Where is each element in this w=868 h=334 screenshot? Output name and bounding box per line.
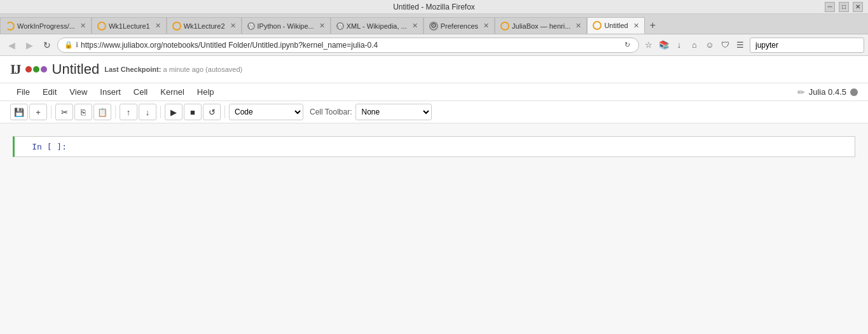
shield-icon[interactable]: 🛡 [718, 38, 732, 52]
toolbar-separator-4 [224, 106, 225, 118]
save-button[interactable]: 💾 [10, 104, 28, 120]
move-down-button[interactable]: ↓ [139, 104, 156, 120]
tab-label: IPython - Wikipe... [258, 22, 314, 30]
minimize-button[interactable]: ─ [825, 2, 835, 12]
window-title: Untitled - Mozilla Firefox [393, 3, 475, 11]
tab-label: Preferences [441, 22, 478, 30]
toolbar-separator-2 [115, 106, 116, 118]
julia-logo-text: IJ [10, 61, 20, 78]
cut-button[interactable]: ✂ [55, 104, 73, 120]
tab-label: JuliaBox — henri... [512, 22, 570, 30]
home-icon[interactable]: ⌂ [687, 38, 701, 52]
url-text: https://www.juliabox.org/notebooks/Untit… [81, 41, 619, 50]
url-icon: ℹ [76, 41, 78, 49]
restart-button[interactable]: ↺ [203, 104, 221, 120]
tab-close-icon[interactable]: ✕ [80, 22, 86, 30]
checkpoint-time: a minute ago (autosaved) [163, 66, 242, 73]
menu-view[interactable]: View [63, 85, 93, 99]
smiley-icon[interactable]: ☺ [703, 38, 717, 52]
toolbar-separator-3 [160, 106, 161, 118]
menu-items: File Edit View Insert Cell Kernel Help [10, 85, 221, 99]
cell-row: In [ ]: [15, 137, 855, 157]
move-up-button[interactable]: ↑ [120, 104, 137, 120]
kernel-status-dot [850, 88, 858, 96]
edit-pencil-icon[interactable]: ✏ [797, 87, 805, 97]
download-icon[interactable]: ↓ [672, 38, 686, 52]
tab-ipython[interactable]: W IPython - Wikipe... ✕ [242, 17, 331, 34]
notebook-container: IJ Untitled Last Checkpoint: a minute ag… [0, 56, 868, 334]
new-tab-button[interactable]: + [645, 17, 661, 34]
back-button[interactable]: ◀ [4, 38, 19, 53]
tab-bar: WorkInProgress/... ✕ Wk1Lecture1 ✕ Wk1Le… [0, 14, 868, 34]
tab-untitled[interactable]: Untitled ✕ [587, 17, 644, 34]
tab-icon [172, 22, 181, 31]
maximize-button[interactable]: □ [839, 2, 849, 12]
menu-help[interactable]: Help [191, 85, 221, 99]
navigation-bar: ◀ ▶ ↻ 🔒 ℹ https://www.juliabox.org/noteb… [0, 34, 868, 56]
tab-wk1lecture1[interactable]: Wk1Lecture1 ✕ [92, 17, 167, 34]
toolbar: 💾 + ✂ ⎘ 📋 ↑ ↓ ▶ ■ ↺ Code Markdown Raw NB… [0, 101, 868, 123]
copy-button[interactable]: ⎘ [74, 104, 92, 120]
tab-close-icon[interactable]: ✕ [483, 22, 489, 30]
tab-preferences[interactable]: ⚙ Preferences ✕ [424, 17, 495, 34]
tab-wk1lecture2[interactable]: Wk1Lecture2 ✕ [167, 17, 242, 34]
julia-circles [25, 66, 47, 73]
tab-label: WorkInProgress/... [17, 22, 75, 30]
add-cell-button[interactable]: + [29, 104, 47, 120]
run-button[interactable]: ▶ [165, 104, 183, 120]
tab-workinprogress[interactable]: WorkInProgress/... ✕ [0, 17, 92, 34]
tab-icon [500, 22, 509, 31]
cell-type-select[interactable]: Code Markdown Raw NBConvert Heading [229, 104, 303, 120]
tab-close-icon[interactable]: ✕ [633, 22, 639, 30]
menu-file[interactable]: File [10, 85, 36, 99]
paste-button[interactable]: 📋 [93, 104, 111, 120]
kernel-name: Julia 0.4.5 [809, 87, 846, 97]
window-controls[interactable]: ─ □ ✕ [825, 2, 863, 12]
cell-container: In [ ]: [13, 136, 855, 157]
circle-purple [41, 66, 47, 73]
circle-red [25, 66, 32, 73]
url-bar[interactable]: 🔒 ℹ https://www.juliabox.org/notebooks/U… [57, 38, 639, 53]
tab-close-icon[interactable]: ✕ [230, 22, 236, 30]
menu-bar: File Edit View Insert Cell Kernel Help ✏… [0, 83, 868, 101]
close-button[interactable]: ✕ [853, 2, 863, 12]
tab-xml[interactable]: W XML - Wikipedia, ... ✕ [331, 17, 424, 34]
search-input[interactable] [750, 38, 864, 53]
menu-kernel[interactable]: Kernel [154, 85, 191, 99]
menu-cell[interactable]: Cell [127, 85, 154, 99]
forward-button[interactable]: ▶ [22, 38, 37, 53]
tab-icon: ⚙ [429, 22, 438, 31]
cell-toolbar-select[interactable]: None Edit Metadata Raw Cell Format Slide… [355, 104, 432, 120]
checkpoint-label: Last Checkpoint: [104, 66, 161, 73]
tab-close-icon[interactable]: ✕ [155, 22, 161, 30]
tab-close-icon[interactable]: ✕ [575, 22, 581, 30]
url-reload-icon[interactable]: ↻ [622, 40, 632, 50]
tab-icon [593, 21, 602, 30]
circle-green [33, 66, 39, 73]
library-icon[interactable]: 📚 [657, 38, 671, 52]
tab-close-icon[interactable]: ✕ [412, 22, 418, 30]
tab-label: Wk1Lecture2 [184, 22, 225, 30]
stop-button[interactable]: ■ [184, 104, 202, 120]
toolbar-separator-1 [51, 106, 52, 118]
menu-icon[interactable]: ☰ [733, 38, 747, 52]
menu-insert[interactable]: Insert [93, 85, 127, 99]
menu-edit[interactable]: Edit [36, 85, 63, 99]
notebook-content: In [ ]: [0, 123, 868, 176]
nav-icons: ☆ 📚 ↓ ⌂ ☺ 🛡 ☰ [642, 38, 747, 52]
kernel-status: ✏ Julia 0.4.5 [797, 87, 858, 97]
cell-input[interactable] [72, 137, 855, 157]
tab-loading-icon [6, 22, 15, 31]
notebook-title[interactable]: Untitled [52, 61, 100, 78]
bookmark-star-icon[interactable]: ☆ [642, 38, 656, 52]
reload-button[interactable]: ↻ [39, 38, 55, 53]
tab-label: Wk1Lecture1 [109, 22, 150, 30]
notebook-header: IJ Untitled Last Checkpoint: a minute ag… [0, 56, 868, 83]
cell-prompt: In [ ]: [15, 137, 72, 157]
tab-icon [97, 22, 106, 31]
notebook-logo-row: IJ Untitled Last Checkpoint: a minute ag… [10, 61, 858, 78]
tab-label: Untitled [604, 22, 628, 29]
tab-juliabox[interactable]: JuliaBox — henri... ✕ [495, 17, 587, 34]
tab-close-icon[interactable]: ✕ [319, 22, 325, 30]
lock-icon: 🔒 [64, 41, 73, 49]
